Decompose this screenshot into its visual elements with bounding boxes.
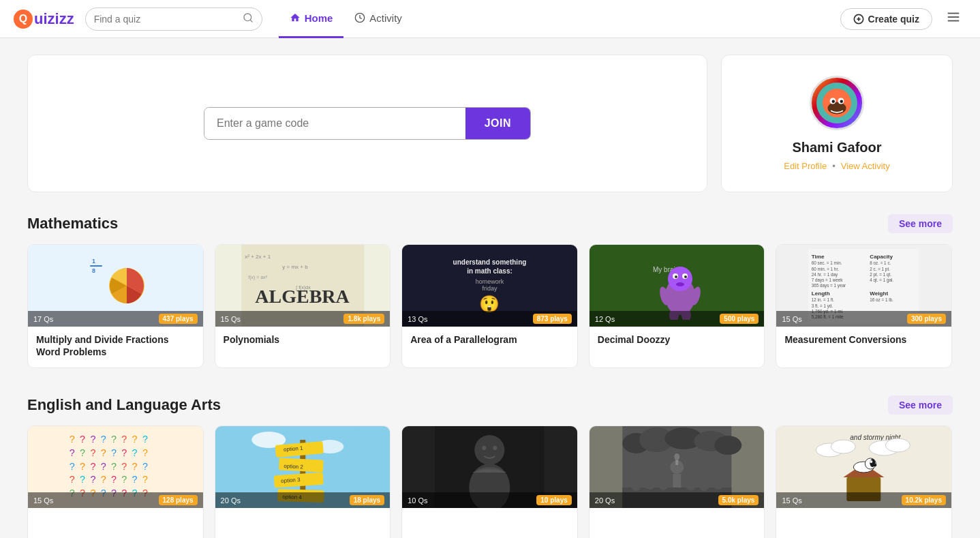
create-quiz-button[interactable]: Create quiz <box>840 8 932 30</box>
hamburger-icon <box>946 10 961 25</box>
quiz-card-measurement[interactable]: Time 60 sec. = 1 min. 60 min. = 1 hr. 24… <box>776 244 952 368</box>
svg-text:?: ? <box>132 447 138 458</box>
nav-activity[interactable]: Activity <box>343 0 413 38</box>
quiz-title-decimal: Decimal Doozzy <box>598 333 756 346</box>
ela-card-4[interactable]: 20 Qs 5.0k plays <box>589 425 765 538</box>
svg-text:?: ? <box>121 434 127 445</box>
svg-text:x² + 2x + 1: x² + 2x + 1 <box>245 254 271 260</box>
profile-separator: • <box>832 161 836 171</box>
quiz-meta-fractions: 17 Qs 437 plays <box>28 311 203 327</box>
svg-text:12 in. = 1 ft.: 12 in. = 1 ft. <box>812 297 834 302</box>
svg-text:?: ? <box>132 461 138 472</box>
nav-right: Create quiz <box>840 7 966 31</box>
svg-text:8: 8 <box>92 267 95 274</box>
logo-icon: Q <box>14 10 33 29</box>
quiz-meta-decimal: 12 Qs 500 plays <box>589 311 765 327</box>
math-see-more-button[interactable]: See more <box>888 214 953 233</box>
svg-text:60 min. = 1 hr.: 60 min. = 1 hr. <box>812 267 839 271</box>
svg-point-129 <box>631 481 641 491</box>
svg-text:24 hr. = 1 day: 24 hr. = 1 day <box>812 272 838 278</box>
search-bar <box>85 8 262 31</box>
ela-info-5 <box>776 508 951 538</box>
nav-home[interactable]: Home <box>279 0 344 38</box>
ela-info-2 <box>215 508 391 538</box>
math-quiz-grid: 1 8 17 Qs <box>27 244 953 368</box>
svg-text:?: ? <box>132 434 138 445</box>
svg-text:2 pt. = 1 qt.: 2 pt. = 1 qt. <box>870 272 892 278</box>
svg-line-1 <box>250 20 252 22</box>
svg-point-146 <box>870 460 873 463</box>
ela-title-5 <box>784 515 943 538</box>
hero-section: JOIN Shami Gafoor <box>27 55 953 192</box>
svg-text:365 days = 1 year: 365 days = 1 year <box>812 283 846 288</box>
svg-text:60 sec. = 1 min.: 60 sec. = 1 min. <box>812 260 842 265</box>
fractions-thumb-image: 1 8 <box>85 255 146 316</box>
quiz-title-measurement: Measurement Conversions <box>784 333 943 346</box>
quiz-card-polynomials[interactable]: x² + 2x + 1 y = mx + b f(x) = ax² ∫ f(x)… <box>215 244 391 368</box>
svg-point-138 <box>831 440 856 453</box>
logo[interactable]: Q uizizz <box>14 10 74 29</box>
svg-text:?: ? <box>142 434 148 445</box>
svg-point-116 <box>482 446 486 450</box>
ela-card-3[interactable]: 10 Qs 10 plays <box>401 425 578 538</box>
ela-see-more-button[interactable]: See more <box>888 395 953 415</box>
menu-button[interactable] <box>940 7 966 31</box>
svg-text:?: ? <box>80 475 85 485</box>
ela-section-header: English and Language Arts See more <box>27 395 953 415</box>
ela-title-4 <box>598 515 756 538</box>
quiz-info-parallelogram: Area of a Parallelogram <box>402 327 577 355</box>
quiz-card-parallelogram[interactable]: understand somethingin math class: homew… <box>401 244 578 368</box>
ela-meta-2: 20 Qs 18 plays <box>215 492 391 508</box>
search-input[interactable] <box>94 14 240 25</box>
quiz-card-fractions[interactable]: 1 8 17 Qs <box>27 244 204 368</box>
quiz-card-decimal[interactable]: My brain: <box>589 244 765 368</box>
svg-text:?: ? <box>121 447 127 458</box>
ela-section: English and Language Arts See more ? ? ?… <box>27 395 953 538</box>
svg-text:Capacity: Capacity <box>870 254 893 260</box>
ela-thumb-4: 20 Qs 5.0k plays <box>589 426 765 508</box>
svg-text:ALGEBRA: ALGEBRA <box>255 286 350 307</box>
svg-point-35 <box>684 275 687 278</box>
svg-text:?: ? <box>142 461 148 472</box>
ela-meta-1: 15 Qs 128 plays <box>28 492 203 508</box>
quiz-title-parallelogram: Area of a Parallelogram <box>410 333 569 346</box>
edit-profile-link[interactable]: Edit Profile <box>784 161 827 171</box>
svg-point-117 <box>493 446 497 450</box>
svg-point-127 <box>674 453 679 460</box>
game-code-input[interactable] <box>204 108 465 139</box>
ela-card-2[interactable]: option 1 option 2 option 3 option 4 20 Q… <box>215 425 391 538</box>
svg-point-134 <box>712 479 723 490</box>
activity-icon <box>354 12 365 23</box>
main-content: JOIN Shami Gafoor <box>0 38 980 538</box>
ela-meta-4: 20 Qs 5.0k plays <box>589 492 765 508</box>
quiz-info-decimal: Decimal Doozzy <box>589 327 765 355</box>
quiz-meta-polynomials: 15 Qs 1.8k plays <box>215 311 391 327</box>
svg-text:?: ? <box>142 475 148 485</box>
svg-text:?: ? <box>90 461 95 472</box>
quiz-title-polynomials: Polynomials <box>224 333 382 346</box>
svg-text:7 days = 1 week: 7 days = 1 week <box>812 278 844 283</box>
ela-meta-3: 10 Qs 10 plays <box>402 492 577 508</box>
svg-text:?: ? <box>80 434 85 445</box>
game-code-card: JOIN <box>27 55 707 192</box>
ela-card-1[interactable]: ? ? ? ? ? ? ? ? ? ? ? ? ? <box>27 425 204 538</box>
math-section-header: Mathematics See more <box>27 214 953 233</box>
svg-text:16 oz = 1 lb.: 16 oz = 1 lb. <box>870 297 894 302</box>
ela-quiz-grid: ? ? ? ? ? ? ? ? ? ? ? ? ? <box>27 425 953 538</box>
svg-text:?: ? <box>111 434 117 445</box>
view-activity-link[interactable]: View Activity <box>841 161 890 171</box>
ela-card-5[interactable]: and stormy night. <box>776 425 952 538</box>
svg-text:?: ? <box>111 447 117 458</box>
ela-info-3 <box>402 508 577 538</box>
svg-text:?: ? <box>80 461 85 472</box>
ela-thumb-3: 10 Qs 10 plays <box>402 426 577 508</box>
svg-text:?: ? <box>132 475 138 485</box>
svg-text:?: ? <box>121 461 127 472</box>
profile-card: Shami Gafoor Edit Profile • View Activit… <box>721 55 953 192</box>
quiz-info-fractions: Multiply and Divide Fractions Word Probl… <box>28 327 203 368</box>
join-button[interactable]: JOIN <box>465 108 530 139</box>
svg-text:?: ? <box>90 447 95 458</box>
decimal-thumb-image: My brain: <box>649 252 704 320</box>
search-icon <box>243 12 254 26</box>
svg-text:?: ? <box>101 475 106 485</box>
